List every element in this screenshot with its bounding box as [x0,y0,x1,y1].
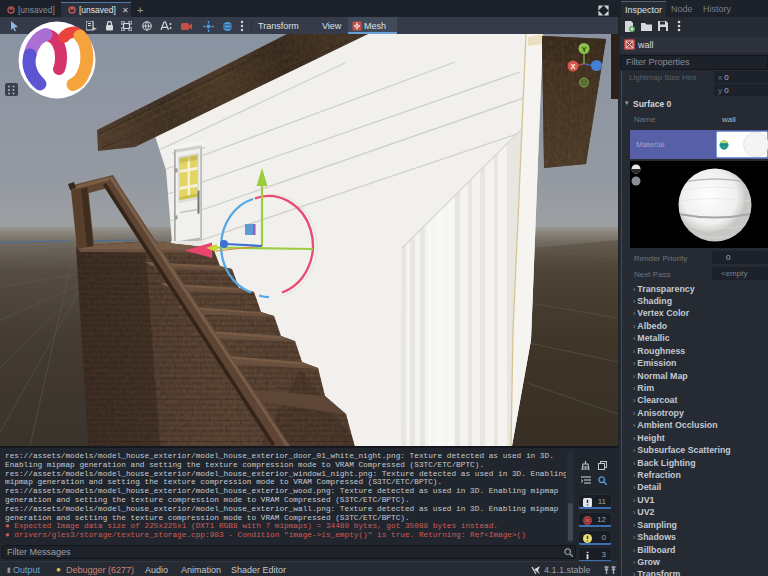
svg-text:X: X [571,63,576,70]
svg-text:Y: Y [582,46,587,53]
